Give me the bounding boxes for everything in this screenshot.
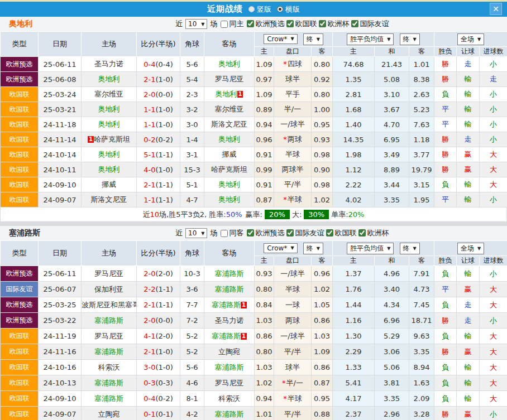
corners-cell: 3-6 (180, 282, 204, 297)
final-avg-dropdown[interactable]: 终▼ (400, 243, 420, 254)
bookmaker-dropdown[interactable]: Crow*▼ (264, 34, 297, 44)
away-odds-cell: 0.86 (312, 360, 333, 375)
league-label[interactable]: 欧洲预选 (255, 19, 284, 29)
handicap-cell: 球半 (274, 72, 312, 87)
date-cell: 24-09-10 (39, 177, 82, 192)
league-checkbox[interactable] (351, 20, 358, 27)
fullmatch-dropdown[interactable]: 全场▼ (457, 243, 484, 254)
chevron-down-icon: ▼ (317, 37, 320, 42)
match-type-badge: 欧国联 (1, 391, 39, 407)
league-checkbox[interactable] (286, 20, 294, 27)
result-handicap-cell: 輸 (457, 391, 480, 407)
col-header-date: 日期 (39, 32, 82, 57)
league-filter[interactable]: 欧国联 (284, 19, 317, 29)
match-count-select[interactable]: 10 ▼ (185, 19, 207, 29)
league-checkbox[interactable] (358, 229, 366, 236)
league-filter[interactable]: 欧洲预选 (245, 19, 284, 29)
same-venue-filter[interactable]: 同客 (218, 228, 243, 238)
layout-radio-horizontal[interactable]: 横版 (277, 4, 300, 15)
chevron-down-icon: ▼ (387, 246, 390, 251)
corners-cell: 4-2 (180, 407, 204, 420)
result-handicap-cell: 輸 (457, 102, 480, 117)
radio-unselected-icon[interactable] (248, 6, 255, 12)
team-name-text: 塞浦路斯 (215, 410, 244, 418)
home-odds-cell: 0.94 (255, 117, 274, 132)
away-odds-cell: 1.09 (312, 344, 333, 360)
date-cell: 25-03-25 (39, 297, 82, 313)
avg-away-cell: 1.63 (409, 375, 434, 391)
handicap-text: 一/球半 (280, 332, 304, 340)
final-odds-dropdown[interactable]: 终▼ (303, 243, 323, 254)
handicap-text: 半球 (285, 150, 300, 158)
result-handicap-cell: 走 (457, 57, 480, 72)
score-cell: 2-0(0-0) (137, 87, 180, 102)
chevron-down-icon: ▼ (477, 37, 481, 42)
home-odds-cell: 1.09 (255, 57, 274, 72)
wdl-average-dropdown[interactable]: 胜平负均值▼ (347, 243, 394, 254)
handicap-cell: 平/半 (274, 407, 312, 420)
result-wl-cell: 負 (434, 329, 457, 344)
score-cell: 2-1(1-0) (137, 344, 180, 360)
league-filter[interactable]: 欧洲杯 (317, 19, 349, 29)
halftime-score: (1-0) (155, 166, 173, 174)
league-label[interactable]: 欧国联 (334, 228, 356, 238)
bookmaker-dropdown[interactable]: Crow*▼ (264, 243, 297, 253)
same-venue-label[interactable]: 同客 (229, 228, 243, 238)
league-checkbox[interactable] (326, 229, 333, 236)
league-filter[interactable]: 欧洲预选 (245, 228, 284, 238)
result-handicap-cell: 赢 (457, 407, 480, 420)
same-venue-checkbox[interactable] (221, 21, 228, 28)
league-checkbox[interactable] (319, 20, 326, 27)
fullmatch-dropdown[interactable]: 全场▼ (457, 33, 484, 45)
score-cell: 4-1(2-0) (137, 329, 180, 344)
final-odds-dropdown[interactable]: 终▼ (303, 33, 323, 45)
handicap-cell: 一球 (274, 297, 312, 313)
league-label[interactable]: 欧洲杯 (367, 228, 389, 238)
league-label[interactable]: 欧洲预选 (255, 228, 284, 238)
avg-home-cell: 2.81 (333, 87, 375, 102)
league-label[interactable]: 国际友谊 (295, 228, 324, 238)
league-label[interactable]: 国际友谊 (360, 19, 389, 29)
close-button[interactable]: ✕ (490, 3, 502, 15)
home-team-cell: 科索沃 (82, 360, 137, 375)
handicap-text: 半球 (288, 394, 302, 403)
radio-horizontal-label[interactable]: 横版 (285, 4, 300, 15)
avg-home-cell: 1.40 (333, 117, 375, 132)
league-checkbox[interactable] (247, 229, 254, 236)
radio-selected-icon[interactable] (277, 6, 283, 12)
away-odds-cell: 0.98 (312, 147, 333, 162)
away-team-cell: 塞浦路斯 (204, 282, 255, 297)
team-name-text: 塞浦路斯 (215, 269, 244, 278)
league-label[interactable]: 欧国联 (295, 19, 317, 29)
avg-draw-cell: 3.35 (375, 391, 409, 407)
league-label[interactable]: 欧洲杯 (327, 19, 349, 29)
same-venue-label[interactable]: 同主 (229, 19, 243, 29)
radio-vertical-label[interactable]: 竖版 (257, 4, 271, 15)
final-avg-dropdown[interactable]: 终▼ (400, 33, 420, 45)
halftime-score: (1-0) (155, 105, 173, 114)
home-odds-cell: 0.80 (255, 344, 274, 360)
corners-cell: 3-2 (180, 102, 204, 117)
wdl-average-dropdown[interactable]: 胜平负均值▼ (347, 33, 394, 45)
away-team-cell: 挪威 (204, 147, 255, 162)
result-wl-cell: 勝 (434, 57, 457, 72)
league-filter[interactable]: 欧洲杯 (356, 228, 389, 238)
score-cell: 5-1(1-1) (137, 147, 180, 162)
league-checkbox[interactable] (247, 20, 254, 27)
result-wl-cell: 平 (434, 117, 457, 132)
result-handicap-cell: 赢 (457, 344, 480, 360)
league-filter[interactable]: 国际友谊 (349, 19, 389, 29)
result-handicap-cell: 輸 (457, 192, 480, 207)
layout-radio-vertical[interactable]: 竖版 (248, 4, 271, 15)
league-filter[interactable]: 国际友谊 (284, 228, 324, 238)
same-venue-checkbox[interactable] (221, 230, 228, 237)
match-count-select[interactable]: 10 ▼ (185, 228, 207, 238)
score-cell: 2-0(0-0) (137, 313, 180, 329)
match-type-badge: 欧国联 (1, 102, 39, 117)
league-filter[interactable]: 欧国联 (324, 228, 356, 238)
match-type-badge: 欧洲预选 (1, 313, 39, 329)
league-checkbox[interactable] (286, 229, 294, 236)
same-venue-filter[interactable]: 同主 (218, 19, 243, 29)
handicap-cell: 球半 (274, 360, 312, 375)
avg-draw-cell: 5.06 (375, 360, 409, 375)
